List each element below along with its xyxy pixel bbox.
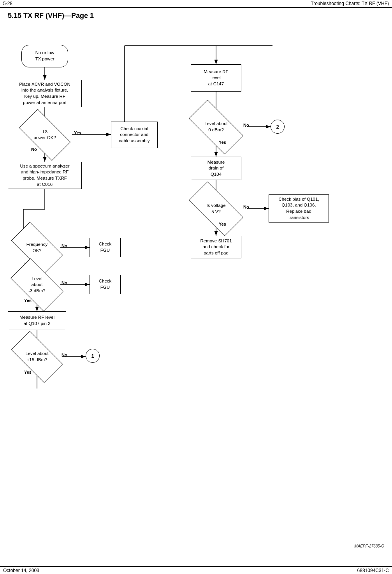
- circle-2: 2: [271, 120, 285, 134]
- page-title: 5.15 TX RF (VHF)—Page 1: [0, 8, 392, 22]
- node-remove-sh701: Remove SH701 and check for parts off pad: [191, 236, 241, 258]
- label-yes-level0: Yes: [219, 140, 226, 145]
- node-measure-rf-c147: Measure RF level at C147: [191, 64, 241, 92]
- node-is-voltage-5v: Is voltage 5 V?: [191, 196, 241, 222]
- node-level-about-3: Level about -3 dBm?: [14, 271, 60, 299]
- label-no-tx-power: No: [31, 147, 37, 152]
- label-yes-tx-power: Yes: [74, 131, 81, 135]
- node-level-about-15: Level about +15 dBm?: [14, 344, 60, 370]
- content: No or low TX power Place XCVR and VOCON …: [0, 22, 392, 564]
- label-yes-level3: Yes: [24, 298, 32, 303]
- node-check-fgu2: Check FGU: [90, 275, 121, 294]
- circle-1: 1: [86, 349, 100, 363]
- label-no-level0: No: [243, 123, 249, 127]
- label-no-voltage: No: [243, 205, 249, 209]
- label-no-level3: No: [62, 281, 67, 285]
- node-measure-drain: Measure drain of Q104: [191, 157, 241, 180]
- node-tx-power-ok: TX power OK?: [21, 122, 68, 148]
- header: 5-28 Troubleshooting Charts: TX RF (VHF): [0, 0, 392, 8]
- node-level-about-0: Level about 0 dBm?: [191, 114, 241, 140]
- node-use-spectrum: Use a spectrum analyzer and high-impedan…: [8, 162, 82, 189]
- footer-left: October 14, 2003: [3, 568, 39, 573]
- node-place-xcvr: Place XCVR and VOCON into the analysis f…: [8, 80, 82, 107]
- node-check-fgu1: Check FGU: [90, 238, 121, 257]
- label-yes-level15: Yes: [24, 370, 32, 374]
- node-frequency-ok: Frequency OK?: [14, 235, 60, 261]
- figure-label: MAEPF-27635-O: [354, 544, 384, 548]
- node-check-bias: Check bias of Q101, Q103, and Q106. Repl…: [269, 194, 329, 223]
- header-left: 5-28: [3, 1, 12, 6]
- footer: October 14, 2003 6881094C31-C: [0, 566, 392, 574]
- node-measure-rf-q107: Measure RF level at Q107 pin 2: [8, 311, 66, 330]
- node-check-coaxial: Check coaxial connector and cable assemb…: [111, 122, 158, 148]
- label-yes-voltage: Yes: [219, 222, 226, 226]
- footer-right: 6881094C31-C: [357, 568, 389, 573]
- node-no-low-tx: No or low TX power: [21, 45, 68, 67]
- label-no-freq: No: [62, 244, 67, 248]
- header-right: Troubleshooting Charts: TX RF (VHF): [311, 1, 389, 6]
- label-no-level15: No: [62, 353, 67, 357]
